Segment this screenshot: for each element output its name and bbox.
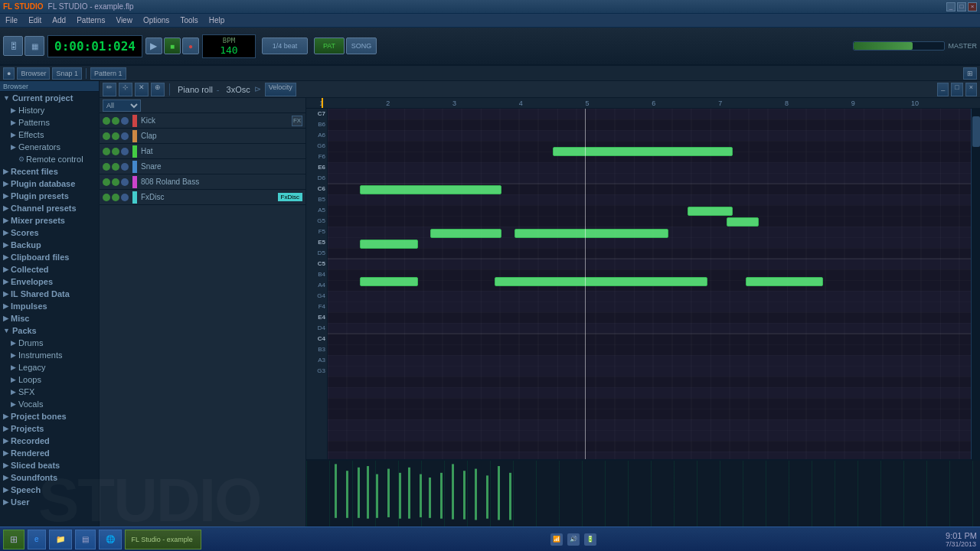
channel-select-clap[interactable] [121, 132, 129, 140]
taskbar-ie[interactable]: e [28, 530, 46, 549]
browser-item-sliced-beats[interactable]: ▶ Sliced beats [0, 459, 99, 471]
channel-mute-fxdisc[interactable] [103, 194, 110, 201]
note-block-9[interactable] [495, 277, 707, 286]
pr-minimize[interactable]: _ [937, 83, 949, 96]
note-block-8[interactable] [360, 277, 418, 286]
channel-solo-hat[interactable] [112, 148, 119, 155]
browser-item-current-project[interactable]: ▼ Current project [0, 92, 99, 104]
browser-item-soundfonts[interactable]: ▶ Soundfonts [0, 471, 99, 484]
mixer-btn[interactable]: 🎛 [3, 36, 23, 56]
channel-rack-btn[interactable]: ▦ [24, 36, 44, 56]
channel-mute-hat[interactable] [103, 148, 110, 155]
browser-item-vocals[interactable]: ▶ Vocals [0, 398, 99, 410]
note-block-4[interactable] [727, 217, 759, 227]
grid-notes-area[interactable] [328, 109, 971, 459]
channel-mute-kick[interactable] [103, 117, 110, 125]
select-tool[interactable]: ⊹ [119, 83, 132, 96]
snap-indicator[interactable]: ● [3, 67, 15, 80]
snap-label[interactable]: Snap 1 [52, 67, 82, 80]
pr-close[interactable]: × [965, 83, 977, 96]
taskbar-cmd[interactable]: ▤ [75, 530, 96, 549]
fxdisc-label[interactable]: FxDisc [278, 193, 302, 201]
vertical-scrollbar[interactable] [971, 109, 980, 459]
pattern-mode-btn[interactable]: PAT [314, 37, 345, 54]
browser-item-remote-control[interactable]: ▶ ⚙ Remote control [0, 153, 99, 165]
taskbar-fl-studio[interactable]: FL Studio - example [125, 530, 201, 549]
channel-solo-snare[interactable] [112, 163, 119, 171]
browser-item-packs[interactable]: ▼ Packs [0, 324, 99, 337]
browser-item-patterns[interactable]: ▶ Patterns [0, 116, 99, 129]
velocity-mode[interactable]: Velocity [265, 83, 296, 96]
start-button[interactable]: ⊞ [3, 530, 24, 549]
note-block-6[interactable] [514, 229, 669, 238]
browser-item-clipboard-files[interactable]: ▶ Clipboard files [0, 251, 99, 263]
menu-patterns[interactable]: Patterns [74, 16, 107, 24]
note-block-5[interactable] [430, 229, 501, 238]
channel-solo-fxdisc[interactable] [112, 194, 119, 201]
browser-item-envelopes[interactable]: ▶ Envelopes [0, 276, 99, 288]
browser-item-sfx[interactable]: ▶ SFX [0, 386, 99, 398]
menu-options[interactable]: Options [141, 16, 172, 24]
browser-item-impulses[interactable]: ▶ Impulses [0, 300, 99, 312]
taskbar-browser-app[interactable]: 🌐 [99, 530, 122, 549]
channel-select-hat[interactable] [121, 148, 129, 155]
channel-mute-snare[interactable] [103, 163, 110, 171]
menu-help[interactable]: Help [207, 16, 227, 24]
channel-mute-clap[interactable] [103, 132, 110, 140]
browser-item-backup[interactable]: ▶ Backup [0, 239, 99, 251]
browser-item-instruments[interactable]: ▶ Instruments [0, 349, 99, 361]
channel-solo-kick[interactable] [112, 117, 119, 125]
browser-item-drums[interactable]: ▶ Drums [0, 337, 99, 349]
zoom-tool[interactable]: ⊕ [151, 83, 165, 96]
browser-item-effects[interactable]: ▶ Effects [0, 129, 99, 141]
browser-item-il-shared-data[interactable]: ▶ IL Shared Data [0, 288, 99, 300]
browser-item-loops[interactable]: ▶ Loops [0, 373, 99, 386]
menu-view[interactable]: View [113, 16, 135, 24]
browser-snap-btn[interactable]: Browser [17, 67, 50, 80]
channel-select-fxdisc[interactable] [121, 194, 129, 201]
browser-item-rendered[interactable]: ▶ Rendered [0, 447, 99, 459]
menu-add[interactable]: Add [50, 16, 68, 24]
browser-item-speech[interactable]: ▶ Speech [0, 484, 99, 496]
note-block-3[interactable] [688, 207, 733, 216]
stop-btn[interactable]: ■ [164, 37, 181, 54]
delete-tool[interactable]: ✕ [135, 83, 149, 96]
note-block-1[interactable] [553, 147, 733, 156]
browser-item-legacy[interactable]: ▶ Legacy [0, 361, 99, 373]
channel-mute-bass[interactable] [103, 178, 110, 186]
browser-item-plugin-presets[interactable]: ▶ Plugin presets [0, 190, 99, 202]
channel-fx-kick[interactable]: FX [292, 116, 302, 126]
browser-item-generators[interactable]: ▶ Generators [0, 141, 99, 153]
browser-item-channel-presets[interactable]: ▶ Channel presets [0, 202, 99, 214]
channel-filter[interactable]: All [103, 99, 141, 112]
note-block-10[interactable] [746, 277, 823, 286]
menu-tools[interactable]: Tools [178, 16, 200, 24]
channel-select-kick[interactable] [121, 117, 129, 125]
browser-item-user[interactable]: ▶ User [0, 496, 99, 508]
close-btn[interactable]: × [968, 2, 977, 11]
beat-selector[interactable]: 1/4 beat [262, 37, 308, 54]
channel-select-bass[interactable] [121, 178, 129, 186]
browser-item-scores[interactable]: ▶ Scores [0, 227, 99, 239]
note-block-2[interactable] [360, 185, 501, 194]
browser-item-misc[interactable]: ▶ Misc [0, 312, 99, 324]
browser-item-project-bones[interactable]: ▶ Project bones [0, 410, 99, 422]
pencil-tool[interactable]: ✏ [103, 83, 116, 96]
vscrollbar-thumb[interactable] [972, 116, 980, 147]
pattern-label[interactable]: Pattern 1 [90, 67, 126, 80]
menu-edit[interactable]: Edit [26, 16, 44, 24]
record-btn[interactable]: ● [182, 37, 199, 54]
taskbar-explorer[interactable]: 📁 [49, 530, 72, 549]
song-mode-btn[interactable]: SONG [346, 37, 377, 54]
note-block-7[interactable] [360, 240, 418, 249]
menu-file[interactable]: File [3, 16, 20, 24]
channel-select-snare[interactable] [121, 163, 129, 171]
minimize-btn[interactable]: _ [946, 2, 956, 11]
maximize-btn[interactable]: □ [957, 2, 966, 11]
channel-solo-bass[interactable] [112, 178, 119, 186]
channel-solo-clap[interactable] [112, 132, 119, 140]
browser-item-plugin-database[interactable]: ▶ Plugin database [0, 178, 99, 190]
view-toggle[interactable]: ⊞ [963, 67, 977, 80]
browser-item-collected[interactable]: ▶ Collected [0, 263, 99, 276]
play-btn[interactable]: ▶ [145, 37, 162, 54]
